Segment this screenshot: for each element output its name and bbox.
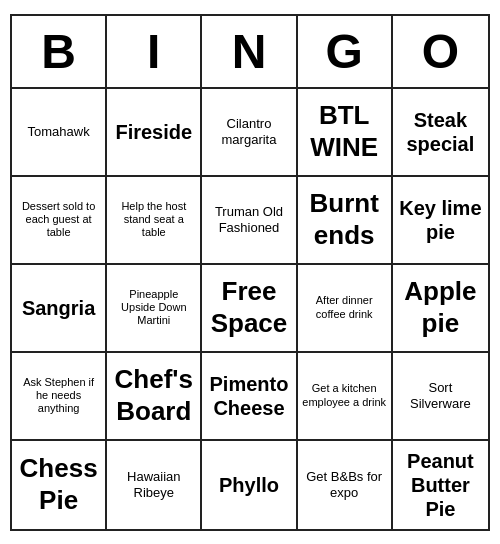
- cell-text-11: Pineapple Upside Down Martini: [111, 288, 196, 328]
- bingo-cell-8: Burnt ends: [298, 177, 393, 265]
- bingo-cell-19: Sort Silverware: [393, 353, 488, 441]
- bingo-card: BINGO TomahawkFiresideCilantro margarita…: [10, 14, 490, 531]
- cell-text-16: Chef's Board: [111, 364, 196, 426]
- bingo-grid: TomahawkFiresideCilantro margaritaBTL WI…: [12, 89, 488, 529]
- cell-text-22: Phyllo: [219, 473, 279, 497]
- bingo-cell-20: Chess Pie: [12, 441, 107, 529]
- cell-text-21: Hawaiian Ribeye: [111, 469, 196, 500]
- bingo-cell-12: Free Space: [202, 265, 297, 353]
- bingo-letter-o: O: [393, 16, 488, 87]
- cell-text-7: Truman Old Fashioned: [206, 204, 291, 235]
- cell-text-18: Get a kitchen employee a drink: [302, 382, 387, 408]
- bingo-cell-13: After dinner coffee drink: [298, 265, 393, 353]
- bingo-cell-21: Hawaiian Ribeye: [107, 441, 202, 529]
- bingo-cell-14: Apple pie: [393, 265, 488, 353]
- cell-text-20: Chess Pie: [16, 453, 101, 515]
- bingo-letter-i: I: [107, 16, 202, 87]
- cell-text-4: Steak special: [397, 108, 484, 156]
- cell-text-2: Cilantro margarita: [206, 116, 291, 147]
- bingo-letter-g: G: [298, 16, 393, 87]
- cell-text-17: Pimento Cheese: [206, 372, 291, 420]
- bingo-cell-10: Sangria: [12, 265, 107, 353]
- bingo-cell-16: Chef's Board: [107, 353, 202, 441]
- bingo-cell-18: Get a kitchen employee a drink: [298, 353, 393, 441]
- bingo-cell-22: Phyllo: [202, 441, 297, 529]
- cell-text-15: Ask Stephen if he needs anything: [16, 376, 101, 416]
- bingo-cell-7: Truman Old Fashioned: [202, 177, 297, 265]
- cell-text-13: After dinner coffee drink: [302, 294, 387, 320]
- cell-text-6: Help the host stand seat a table: [111, 200, 196, 240]
- bingo-letter-n: N: [202, 16, 297, 87]
- bingo-cell-2: Cilantro margarita: [202, 89, 297, 177]
- cell-text-0: Tomahawk: [28, 124, 90, 140]
- bingo-cell-23: Get B&Bs for expo: [298, 441, 393, 529]
- cell-text-12: Free Space: [206, 276, 291, 338]
- bingo-cell-3: BTL WINE: [298, 89, 393, 177]
- cell-text-19: Sort Silverware: [397, 380, 484, 411]
- cell-text-9: Key lime pie: [397, 196, 484, 244]
- cell-text-1: Fireside: [115, 120, 192, 144]
- cell-text-3: BTL WINE: [302, 100, 387, 162]
- bingo-cell-0: Tomahawk: [12, 89, 107, 177]
- bingo-cell-1: Fireside: [107, 89, 202, 177]
- bingo-letter-b: B: [12, 16, 107, 87]
- bingo-cell-11: Pineapple Upside Down Martini: [107, 265, 202, 353]
- cell-text-24: Peanut Butter Pie: [397, 449, 484, 521]
- bingo-cell-5: Dessert sold to each guest at table: [12, 177, 107, 265]
- bingo-cell-4: Steak special: [393, 89, 488, 177]
- cell-text-23: Get B&Bs for expo: [302, 469, 387, 500]
- bingo-cell-9: Key lime pie: [393, 177, 488, 265]
- bingo-cell-6: Help the host stand seat a table: [107, 177, 202, 265]
- cell-text-14: Apple pie: [397, 276, 484, 338]
- bingo-header: BINGO: [12, 16, 488, 89]
- bingo-cell-15: Ask Stephen if he needs anything: [12, 353, 107, 441]
- cell-text-8: Burnt ends: [302, 188, 387, 250]
- cell-text-5: Dessert sold to each guest at table: [16, 200, 101, 240]
- cell-text-10: Sangria: [22, 296, 95, 320]
- bingo-cell-17: Pimento Cheese: [202, 353, 297, 441]
- bingo-cell-24: Peanut Butter Pie: [393, 441, 488, 529]
